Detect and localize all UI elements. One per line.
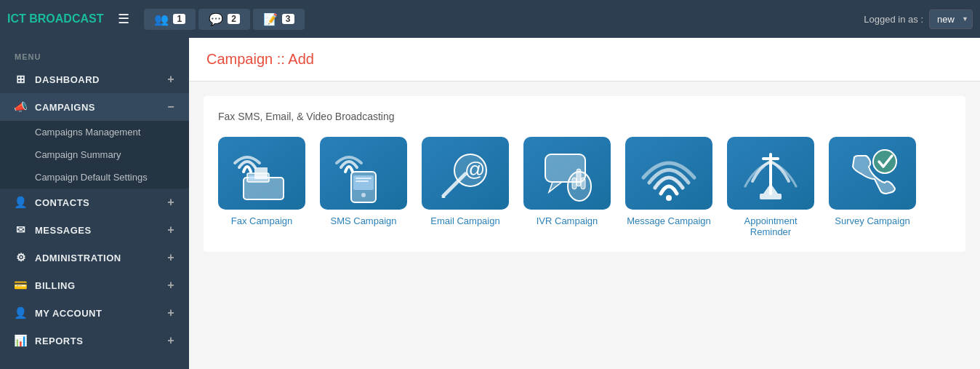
svg-rect-6 (356, 178, 371, 179)
content-body: Fax SMS, Email, & Video Broadcasting (189, 82, 980, 266)
sidebar-item-messages[interactable]: ✉ MESSAGES + (0, 216, 189, 244)
email-svg: @ (433, 141, 498, 205)
sidebar-item-administration[interactable]: ⚙ ADMINISTRATION + (0, 244, 189, 271)
logged-in-label: Logged in as : (864, 14, 923, 25)
sidebar-label-my-account: MY ACCOUNT (35, 308, 102, 319)
campaign-item-sms[interactable]: SMS Campaign (320, 137, 407, 237)
appointment-label: Appointment Reminder (727, 215, 814, 237)
svg-rect-3 (254, 167, 268, 179)
ivr-svg (534, 141, 600, 205)
page-title: Campaign :: Add (206, 51, 963, 68)
svg-rect-16 (577, 169, 581, 186)
brand-name: ICT BROADCAST (7, 12, 103, 25)
messages-expand-icon: + (167, 223, 174, 237)
fax-campaign-label: Fax Campaign (231, 215, 293, 226)
sidebar-sub-campaigns-management[interactable]: Campaigns Management (0, 121, 189, 143)
campaign-item-ivr[interactable]: IVR Campaign (523, 137, 611, 237)
campaign-grid: Fax Campaign (218, 137, 951, 237)
svg-rect-7 (356, 180, 369, 182)
sms-icon-box (320, 137, 407, 210)
sidebar-label-contacts: CONTACTS (35, 197, 89, 208)
my-account-icon: 👤 (15, 306, 28, 320)
svg-line-11 (443, 174, 465, 196)
tab3-count: 3 (282, 14, 294, 24)
sidebar-item-my-account[interactable]: 👤 MY ACCOUNT + (0, 299, 189, 327)
survey-svg (840, 141, 905, 205)
billing-expand-icon: + (167, 279, 174, 292)
tab3-icon: 📝 (263, 12, 278, 26)
message-svg (636, 141, 702, 205)
email-campaign-label: Email Campaign (430, 215, 499, 226)
sidebar-item-dashboard[interactable]: ⊞ DASHBOARD + (0, 66, 189, 93)
nav-right: Logged in as : new (864, 9, 973, 29)
dashboard-icon: ⊞ (15, 73, 28, 86)
user-dropdown-wrapper[interactable]: new (929, 9, 973, 29)
messages-icon: ✉ (15, 223, 28, 237)
fax-icon-box (218, 137, 305, 210)
sidebar-label-reports: REPORTS (35, 336, 83, 346)
svg-point-24 (873, 150, 896, 173)
nav-tab-3[interactable]: 📝 3 (253, 9, 305, 30)
sidebar-item-reports[interactable]: 📊 REPORTS + (0, 327, 189, 354)
svg-marker-22 (763, 183, 778, 194)
campaign-item-appointment[interactable]: Appointment Reminder (727, 137, 814, 237)
contacts-icon: 👤 (15, 196, 28, 209)
svg-rect-23 (760, 194, 782, 199)
reports-expand-icon: + (167, 334, 174, 347)
sidebar-label-campaigns: CAMPAIGNS (35, 102, 95, 113)
sidebar-label-billing: BILLING (35, 280, 76, 291)
dashboard-expand-icon: + (167, 73, 174, 86)
campaign-item-message[interactable]: Message Campaign (625, 137, 712, 237)
sidebar-label-messages: MESSAGES (35, 225, 92, 236)
my-account-expand-icon: + (167, 306, 174, 320)
message-icon-box (625, 137, 712, 210)
top-nav: ICT BROADCAST ☰ 👥 1 💬 2 📝 3 Logged in as… (0, 0, 980, 38)
tab2-count: 2 (228, 14, 240, 24)
section-heading: Fax SMS, Email, & Video Broadcasting (218, 111, 951, 122)
survey-icon-box (829, 137, 916, 210)
sidebar-label-dashboard: DASHBOARD (35, 74, 100, 85)
sidebar-item-billing[interactable]: 💳 BILLING + (0, 271, 189, 299)
sms-campaign-label: SMS Campaign (330, 215, 396, 226)
campaign-item-survey[interactable]: Survey Campaign (829, 137, 916, 237)
survey-campaign-label: Survey Campaign (835, 215, 909, 226)
sidebar-sub-campaign-default-settings[interactable]: Campaign Default Settings (0, 166, 189, 189)
campaigns-icon: 📣 (15, 100, 28, 114)
hamburger-icon[interactable]: ☰ (118, 11, 129, 27)
content-header: Campaign :: Add (189, 38, 980, 82)
user-dropdown[interactable]: new (929, 9, 973, 29)
svg-point-19 (666, 195, 672, 201)
nav-tabs: 👥 1 💬 2 📝 3 (144, 9, 864, 30)
sidebar-label-administration: ADMINISTRATION (35, 253, 121, 263)
reports-icon: 📊 (15, 334, 28, 347)
nav-tab-2[interactable]: 💬 2 (198, 9, 250, 30)
tab1-icon: 👥 (154, 12, 169, 26)
administration-icon: ⚙ (15, 251, 28, 264)
email-icon-box: @ (422, 137, 509, 210)
svg-text:@: @ (465, 158, 485, 180)
sidebar-item-campaigns[interactable]: 📣 CAMPAIGNS − (0, 93, 189, 121)
nav-tab-1[interactable]: 👥 1 (144, 9, 196, 30)
administration-expand-icon: + (167, 251, 174, 264)
campaigns-collapse-icon: − (167, 100, 174, 114)
contacts-expand-icon: + (167, 196, 174, 209)
tab2-icon: 💬 (209, 12, 223, 26)
appointment-svg (738, 141, 803, 205)
message-campaign-label: Message Campaign (627, 215, 711, 226)
sidebar-sub-campaign-summary[interactable]: Campaign Summary (0, 143, 189, 166)
svg-rect-18 (581, 178, 585, 189)
section-card: Fax SMS, Email, & Video Broadcasting (204, 96, 965, 252)
svg-rect-17 (572, 178, 577, 189)
content-area: Campaign :: Add Fax SMS, Email, & Video … (189, 38, 980, 369)
svg-marker-14 (549, 182, 562, 192)
campaign-item-fax[interactable]: Fax Campaign (218, 137, 305, 237)
sidebar-item-contacts[interactable]: 👤 CONTACTS + (0, 189, 189, 216)
appointment-icon-box (727, 137, 814, 210)
menu-label: MENU (0, 45, 189, 66)
campaign-item-email[interactable]: @ Email Campaign (422, 137, 509, 237)
svg-point-8 (361, 193, 366, 197)
ivr-icon-box (523, 137, 611, 210)
campaigns-submenu: Campaigns Management Campaign Summary Ca… (0, 121, 189, 189)
sidebar: MENU ⊞ DASHBOARD + 📣 CAMPAIGNS − Campaig… (0, 38, 189, 369)
ivr-campaign-label: IVR Campaign (537, 215, 598, 226)
